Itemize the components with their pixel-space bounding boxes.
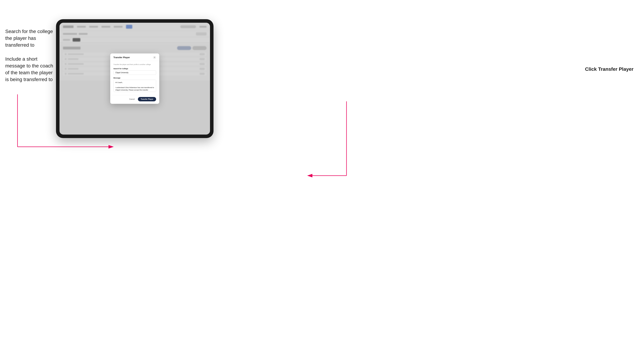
svg-marker-5 xyxy=(307,174,312,177)
modal-overlay: Transfer Player ✕ Transfer the player an… xyxy=(60,23,210,135)
annotation-right: Click Transfer Player xyxy=(585,66,634,72)
annotation-left: Search for the college the player has tr… xyxy=(5,28,54,90)
modal-footer: Cancel Transfer Player xyxy=(110,95,159,104)
transfer-player-button[interactable]: Transfer Player xyxy=(138,97,156,101)
message-label: Message xyxy=(114,77,156,79)
modal-description: Transfer the player and their profile to… xyxy=(114,63,156,66)
annotation-right-bold: Transfer Player xyxy=(598,66,634,72)
transfer-player-modal: Transfer Player ✕ Transfer the player an… xyxy=(110,53,159,104)
cancel-button[interactable]: Cancel xyxy=(128,97,136,101)
tablet-frame: Transfer Player ✕ Transfer the player an… xyxy=(56,19,214,138)
modal-close-button[interactable]: ✕ xyxy=(153,56,156,59)
annotation-left-top: Search for the college the player has tr… xyxy=(5,28,54,49)
tablet-screen: Transfer Player ✕ Transfer the player an… xyxy=(60,23,210,135)
search-college-label: Search for College xyxy=(114,68,156,70)
annotation-right-text: Click xyxy=(585,66,597,72)
annotation-left-bottom: Include a short message to the coach of … xyxy=(5,56,54,83)
modal-header: Transfer Player ✕ xyxy=(110,53,159,61)
svg-marker-2 xyxy=(108,145,114,149)
modal-title: Transfer Player xyxy=(114,56,130,59)
message-textarea[interactable]: Hi Coach, I understand Chris Robertson h… xyxy=(114,80,156,92)
modal-body: Transfer the player and their profile to… xyxy=(110,61,159,95)
search-college-input[interactable] xyxy=(114,70,156,75)
